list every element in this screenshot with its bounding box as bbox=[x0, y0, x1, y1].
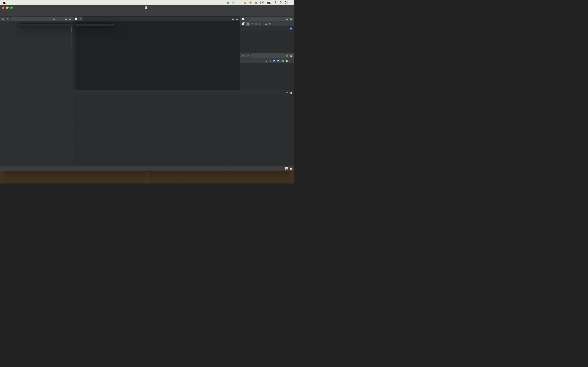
minimize-view-icon[interactable]: ▭ bbox=[286, 17, 288, 20]
hide-static-icon[interactable]: S bbox=[277, 59, 280, 62]
maximize-view-icon[interactable]: ▣ bbox=[290, 91, 292, 94]
link-with-editor-icon[interactable]: ⇄ bbox=[53, 17, 55, 20]
maximize-view-icon[interactable]: ▣ bbox=[290, 54, 292, 57]
window-titlebar[interactable]: ☕ bbox=[0, 5, 294, 10]
close-icon[interactable]: × bbox=[7, 17, 9, 20]
workbench: ▤ × ⊟ ⇄ ◖ ⋮ ▭▣ bbox=[0, 17, 294, 166]
view-menu-icon[interactable]: ⋮ bbox=[290, 59, 292, 62]
presentation-icon[interactable]: ◉ bbox=[255, 22, 257, 25]
app-alert-icon[interactable]: ◍ bbox=[226, 1, 229, 4]
new-task-icon[interactable]: ▾ bbox=[242, 23, 245, 25]
creative-cloud-icon[interactable]: ◎ bbox=[243, 1, 246, 4]
tab-package-explorer[interactable]: ▤ × bbox=[0, 17, 11, 21]
sync-check-icon[interactable]: ✓ bbox=[238, 1, 241, 4]
minimize-window-button[interactable] bbox=[6, 7, 9, 9]
wifi-icon[interactable] bbox=[274, 1, 277, 4]
task-list-find-row: ▸ ▸ ? bbox=[240, 26, 294, 31]
traffic-lights bbox=[0, 7, 13, 9]
close-icon[interactable]: × bbox=[247, 17, 248, 20]
project-tree bbox=[0, 21, 73, 22]
help-icon[interactable]: ? bbox=[290, 27, 292, 30]
eclipse-window: ☕ ▤ × ⊟ ⇄ ◖ ⋮ bbox=[0, 5, 294, 171]
categorized-icon[interactable]: ▦ bbox=[246, 22, 250, 26]
task-list-toolbar: ▾ ▦ ◔ ◉ ⌀ ⌁ ⊟ ↻ ⋮ bbox=[240, 21, 294, 26]
status-bar bbox=[0, 166, 294, 171]
editor-body[interactable] bbox=[73, 21, 240, 90]
become-sponsor-button[interactable] bbox=[76, 148, 81, 153]
focus-workweek-icon[interactable]: ⌁ bbox=[262, 22, 263, 25]
close-tab-icon[interactable]: × bbox=[79, 17, 81, 20]
line-icon[interactable] bbox=[232, 1, 235, 4]
maximize-view-icon[interactable]: ▣ bbox=[69, 17, 71, 20]
minimize-view-icon[interactable]: ▭ bbox=[65, 17, 67, 20]
eclipse-toolbar bbox=[0, 10, 294, 17]
close-icon[interactable]: × bbox=[247, 54, 249, 57]
focus-icon[interactable]: ◖ bbox=[57, 17, 59, 20]
zoom-window-button[interactable] bbox=[10, 7, 13, 9]
chevron-icon: ▸ bbox=[259, 28, 260, 30]
collapse-all-icon[interactable]: ⊟ bbox=[265, 22, 267, 25]
scrollbar[interactable] bbox=[71, 22, 72, 47]
maximize-view-icon[interactable]: ▣ bbox=[290, 17, 292, 20]
sort-icon[interactable]: ⇅ bbox=[269, 59, 271, 62]
outline-icon: ▤ bbox=[242, 55, 244, 57]
tips-icon[interactable] bbox=[290, 167, 292, 170]
task-list-icon bbox=[242, 18, 244, 20]
ide-notification-icon[interactable] bbox=[285, 167, 288, 170]
macos-dock bbox=[145, 172, 149, 183]
outline-content[interactable] bbox=[240, 63, 294, 90]
minimize-view-icon[interactable]: ▭ bbox=[286, 91, 288, 94]
download-openjdk-button[interactable] bbox=[76, 124, 81, 129]
java-file-icon: J bbox=[75, 17, 77, 20]
package-explorer-header: ▤ × ⊟ ⇄ ◖ ⋮ ▭▣ bbox=[0, 17, 73, 21]
hide-fields-icon[interactable]: F bbox=[273, 59, 276, 62]
tab-task-list[interactable]: × bbox=[240, 17, 250, 21]
bottom-panel: ▭ ▣ bbox=[73, 90, 294, 166]
task-list-content[interactable] bbox=[240, 31, 294, 53]
new-submenu bbox=[75, 24, 115, 26]
maximize-editor-icon[interactable]: ▣ bbox=[236, 17, 238, 20]
focus-icon[interactable]: ◖ bbox=[262, 59, 264, 62]
battery-icon[interactable] bbox=[267, 1, 271, 4]
control-center-icon[interactable] bbox=[285, 1, 288, 4]
package-explorer-panel: ▤ × ⊟ ⇄ ◖ ⋮ ▭▣ bbox=[0, 17, 73, 166]
outline-panel: ▤ × ▭▣ ◖ ⊟ ⇅ F S bbox=[240, 53, 294, 90]
hide-non-public-icon[interactable] bbox=[281, 59, 284, 62]
keyboard-grid-icon[interactable]: ▦ bbox=[255, 1, 258, 4]
tab-outline[interactable]: ▤ × bbox=[240, 53, 251, 58]
editor-gutter bbox=[73, 21, 76, 90]
warning-badge-icon[interactable] bbox=[249, 1, 252, 4]
collapse-all-icon[interactable]: ⊟ bbox=[265, 59, 268, 62]
status-divider bbox=[229, 167, 229, 170]
editor-area: J × ▭▣ bbox=[73, 17, 240, 90]
view-menu-icon[interactable]: ⋮ bbox=[61, 17, 63, 20]
project-context-menu bbox=[19, 24, 75, 26]
synchronize-icon[interactable]: ↻ bbox=[269, 22, 271, 25]
package-explorer-icon: ▤ bbox=[2, 18, 4, 20]
collapse-all-icon[interactable]: ⊟ bbox=[49, 17, 52, 20]
apple-menu-icon[interactable] bbox=[3, 1, 6, 4]
input-source-icon[interactable]: A bbox=[260, 1, 264, 4]
java-file-icon: ☕ bbox=[145, 6, 147, 9]
desktop: ◍ ✓ ◎ ▦ A ☕ bbox=[0, 0, 294, 184]
menubar-status-area: ◍ ✓ ◎ ▦ A bbox=[226, 1, 292, 4]
package-explorer-toolbar: ⊟ ⇄ ◖ ⋮ ▭▣ bbox=[49, 17, 73, 20]
close-window-button[interactable] bbox=[2, 7, 4, 9]
hide-local-types-icon[interactable]: L bbox=[286, 59, 288, 62]
menubar-menus bbox=[2, 1, 7, 4]
install-java-support-view bbox=[73, 95, 294, 166]
right-column: × ▭▣ ▾ ▦ ◔ ◉ ⌀ ⌁ ⊟ ↻ bbox=[240, 17, 294, 90]
macos-menubar: ◍ ✓ ◎ ▦ A bbox=[0, 0, 294, 5]
minimize-view-icon[interactable]: ▭ bbox=[286, 54, 288, 57]
chevron-icon: ▸ bbox=[256, 28, 257, 30]
hide-completed-icon[interactable]: ⌀ bbox=[259, 22, 260, 25]
editor-tab-row: J × ▭▣ bbox=[73, 17, 240, 21]
tab-test-java[interactable]: J × bbox=[73, 17, 83, 21]
spotlight-icon[interactable] bbox=[279, 1, 282, 4]
window-title: ☕ bbox=[145, 6, 149, 9]
scheduled-icon[interactable]: ◔ bbox=[252, 22, 253, 25]
outline-toolbar: ◖ ⊟ ⇅ F S L ⋮ bbox=[240, 58, 294, 63]
view-menu-icon[interactable]: ⋮ bbox=[290, 22, 292, 25]
minimize-editor-icon[interactable]: ▭ bbox=[232, 17, 234, 20]
editor-minmax: ▭▣ bbox=[232, 17, 240, 20]
